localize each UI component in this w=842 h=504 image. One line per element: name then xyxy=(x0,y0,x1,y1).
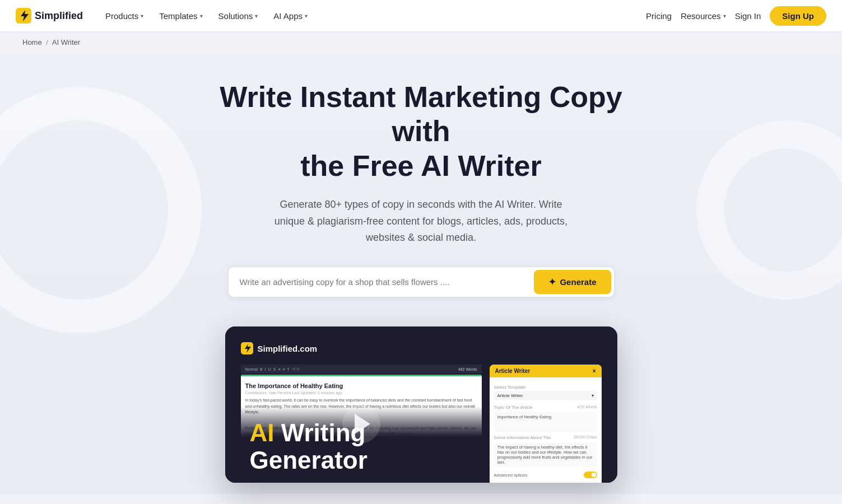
logo-text: Simplified xyxy=(35,10,83,22)
logo-icon xyxy=(16,8,31,24)
search-bar: ✦ Generate xyxy=(228,267,615,297)
play-button[interactable] xyxy=(342,405,380,443)
templates-chevron-icon: ▾ xyxy=(200,13,203,19)
doc-toolbar: Normal B I U S ≡ ≡ T ◁ ▷ 482 Words xyxy=(241,365,482,374)
products-chevron-icon: ▾ xyxy=(141,13,143,19)
hero-section: Write Instant Marketing Copy with the Fr… xyxy=(0,53,842,494)
logo-link[interactable]: Simplified xyxy=(16,8,83,24)
dropdown-chevron-icon: ▾ xyxy=(592,393,594,398)
panel-topic-bar: Topic Of The Article 4/20 Words xyxy=(494,402,597,411)
select-template-label: Select Template xyxy=(494,385,597,390)
navbar: Simplified Products ▾ Templates ▾ Soluti… xyxy=(0,0,842,31)
nav-signup-button[interactable]: Sign Up xyxy=(770,6,826,26)
nav-right: Pricing Resources ▾ Sign In Sign Up xyxy=(646,6,826,26)
panel-close-icon[interactable]: × xyxy=(593,368,596,374)
article-writer-panel: Article Writer × Select Template Article… xyxy=(490,365,602,483)
topic-counter: 4/20 Words xyxy=(577,405,597,409)
search-input[interactable] xyxy=(240,269,532,295)
advanced-options-label: Advanced options xyxy=(494,473,528,478)
hero-subtitle: Generate 80+ types of copy in seconds wi… xyxy=(264,197,578,246)
info-counter: 29/240 Chars xyxy=(573,435,597,439)
nav-templates[interactable]: Templates ▾ xyxy=(152,8,209,24)
breadcrumb-separator: / xyxy=(46,38,48,46)
video-logo-text: Simplified.com xyxy=(258,344,318,353)
nav-resources[interactable]: Resources ▾ xyxy=(681,11,726,21)
nav-pricing[interactable]: Pricing xyxy=(646,11,672,21)
panel-info-bar: Some Information About The 29/240 Chars xyxy=(494,432,597,441)
advanced-options-row: Advanced options xyxy=(494,472,597,478)
hero-title: Write Instant Marketing Copy with the Fr… xyxy=(208,80,634,183)
progress-bar xyxy=(241,375,482,376)
video-logo-icon xyxy=(241,342,253,354)
solutions-chevron-icon: ▾ xyxy=(255,13,258,19)
topic-label: Topic Of The Article xyxy=(494,405,533,410)
nav-products[interactable]: Products ▾ xyxy=(99,8,150,24)
panel-body: Select Template Article Writer ▾ Topic O… xyxy=(490,377,602,483)
breadcrumb-current: AI Writer xyxy=(52,38,80,46)
resources-chevron-icon: ▾ xyxy=(723,13,726,19)
advanced-toggle[interactable] xyxy=(584,472,597,478)
breadcrumb-home-link[interactable]: Home xyxy=(22,38,42,46)
generate-icon: ✦ xyxy=(548,277,556,287)
breadcrumb: Home / AI Writer xyxy=(0,31,842,53)
article-doc-title: The Importance of Healthy Eating xyxy=(245,382,477,389)
topic-input[interactable]: Importance of Healthy Eating xyxy=(494,412,597,432)
article-doc-meta: Contributors: Vale Ferreira Last Updated… xyxy=(245,391,477,395)
word-count: 482 Words xyxy=(458,367,477,371)
info-input[interactable]: The impact of having a healthy diet, the… xyxy=(494,442,597,467)
select-template-dropdown[interactable]: Article Writer ▾ xyxy=(494,391,597,400)
video-left-panel: Normal B I U S ≡ ≡ T ◁ ▷ 482 Words xyxy=(241,365,482,483)
nav-solutions[interactable]: Solutions ▾ xyxy=(212,8,265,24)
panel-header: Article Writer × xyxy=(490,365,602,377)
play-icon xyxy=(355,414,370,434)
video-inner: Simplified.com Normal B I U S ≡ ≡ T ◁ xyxy=(225,326,617,483)
nav-signin[interactable]: Sign In xyxy=(735,11,761,21)
nav-links: Products ▾ Templates ▾ Solutions ▾ AI Ap… xyxy=(99,8,646,24)
video-preview: Simplified.com Normal B I U S ≡ ≡ T ◁ xyxy=(225,326,617,483)
ai-apps-chevron-icon: ▾ xyxy=(305,13,308,19)
info-label: Some Information About The xyxy=(494,435,551,440)
nav-ai-apps[interactable]: AI Apps ▾ xyxy=(267,8,314,24)
generate-button[interactable]: ✦ Generate xyxy=(534,270,611,294)
video-main-content: Normal B I U S ≡ ≡ T ◁ ▷ 482 Words xyxy=(241,365,602,483)
video-logo-row: Simplified.com xyxy=(241,342,318,354)
